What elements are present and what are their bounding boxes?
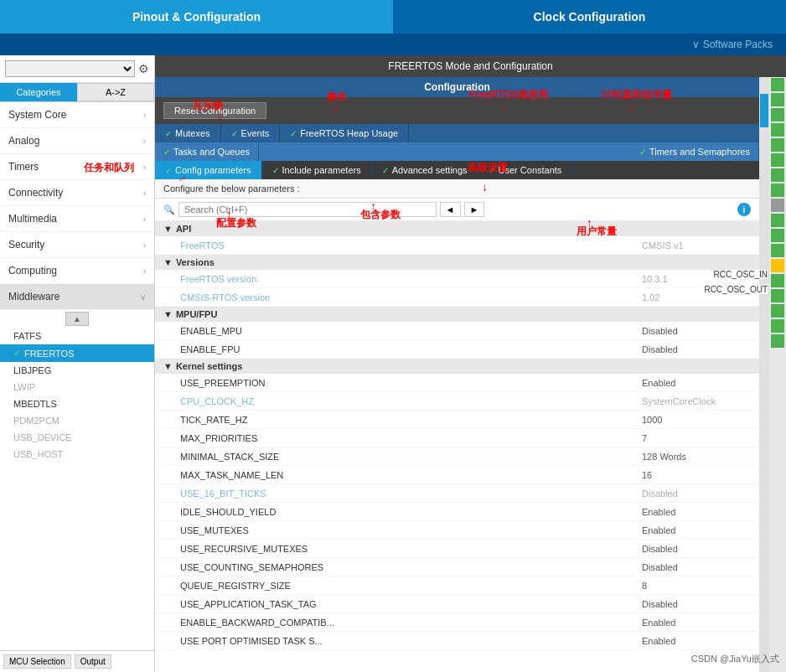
mw-item-libjpeg[interactable]: LIBJPEG xyxy=(0,362,154,379)
pin-indicator xyxy=(771,229,784,242)
search-nav-next[interactable]: ► xyxy=(464,202,485,217)
rcc-osc-out-label: RCC_OSC_OUT xyxy=(704,285,768,294)
search-select[interactable] xyxy=(5,60,135,77)
pin-indicator-yellow xyxy=(771,259,784,272)
pin-indicator xyxy=(771,168,784,182)
mw-item-freertos[interactable]: ✓ FREERTOS xyxy=(0,344,154,362)
pin-indicator xyxy=(771,304,784,318)
tab-events[interactable]: ✓ Events xyxy=(221,124,281,142)
configure-text: Configure the below parameters : xyxy=(155,179,759,199)
param-row-cmsis-rtos-version[interactable]: CMSIS-RTOS version 1.02 xyxy=(155,288,759,307)
pinout-title: Pinout & Configuration xyxy=(132,10,261,23)
tab-tasks-queues[interactable]: ✓ Tasks and Queues xyxy=(155,142,259,161)
scroll-up-icon[interactable]: ▲ xyxy=(65,312,89,326)
mw-item-fatfs[interactable]: FATFS xyxy=(0,328,154,344)
advanced-settings-check-icon: ✓ xyxy=(382,166,389,175)
pin-indicator xyxy=(771,244,784,257)
search-nav-prev[interactable]: ◄ xyxy=(440,202,461,217)
freertos-check-icon: ✓ xyxy=(13,348,21,359)
freertos-title-bar: FREERTOS Mode and Configuration xyxy=(155,55,786,77)
tab-categories[interactable]: Categories xyxy=(0,83,77,101)
section-kernel-settings[interactable]: ▼ Kernel settings xyxy=(155,359,759,374)
mcu-selection-button[interactable]: MCU Selection xyxy=(3,654,71,669)
sidebar-item-analog[interactable]: Analog › xyxy=(0,128,154,154)
mw-item-usb-device: USB_DEVICE xyxy=(0,429,154,446)
tab-mutexes[interactable]: ✓ Mutexes xyxy=(155,124,221,142)
param-row-use-preemption[interactable]: USE_PREEMPTION Enabled xyxy=(155,374,759,392)
chevron-right-icon: › xyxy=(143,137,146,146)
info-icon[interactable]: i xyxy=(737,203,751,216)
timers-check-icon: ✓ xyxy=(639,147,646,157)
mw-item-pdm2pcm: PDM2PCM xyxy=(0,412,154,429)
sidebar-bottom: MCU Selection Output xyxy=(0,650,154,672)
section-versions[interactable]: ▼ Versions xyxy=(155,255,759,270)
pin-indicator xyxy=(771,108,784,121)
param-row-idle-should-yield[interactable]: IDLE_SHOULD_YIELD Enabled xyxy=(155,503,759,521)
param-row-enable-backward-compat[interactable]: ENABLE_BACKWARD_COMPATIB... Enabled xyxy=(155,613,759,632)
tab-az[interactable]: A->Z xyxy=(77,83,154,101)
param-row-enable-fpu[interactable]: ENABLE_FPU Disabled xyxy=(155,340,759,359)
chevron-right-icon: › xyxy=(143,189,146,198)
tasks-check-icon: ✓ xyxy=(163,147,170,157)
reset-bar: Reset Configuration xyxy=(155,97,759,124)
mw-nav-arrows: ▲ xyxy=(0,310,154,328)
main-content: Configuration Reset Configuration ✓ Mute… xyxy=(155,77,759,672)
software-packs-bar[interactable]: ∨ Software Packs xyxy=(0,34,786,55)
vertical-scrollbar[interactable] xyxy=(759,77,769,672)
sidebar-item-connectivity[interactable]: Connectivity › xyxy=(0,180,154,206)
param-row-use-mutexes[interactable]: USE_MUTEXES Enabled xyxy=(155,521,759,540)
tabs-row-3: ✓ Config parameters ✓ Include parameters… xyxy=(155,161,759,179)
section-collapse-icon: ▼ xyxy=(163,309,173,319)
tab-advanced-settings[interactable]: ✓ Advanced settings xyxy=(372,161,478,179)
config-search-input[interactable] xyxy=(178,202,437,217)
clock-config-header[interactable]: Clock Configuration xyxy=(393,0,786,34)
param-row-max-task-name-len[interactable]: MAX_TASK_NAME_LEN 16 xyxy=(155,466,759,484)
sidebar-item-security[interactable]: Security › xyxy=(0,232,154,258)
param-row-max-priorities[interactable]: MAX_PRIORITIES 7 xyxy=(155,429,759,447)
main-layout: ⚙ Categories A->Z System Core › Analog › xyxy=(0,55,786,672)
tab-config-params[interactable]: ✓ Config parameters xyxy=(155,161,262,179)
sidebar-item-timers[interactable]: Timers › xyxy=(0,154,154,180)
param-row-freertos[interactable]: FreeRTOS CMSIS v1 xyxy=(155,236,759,255)
clock-title: Clock Configuration xyxy=(534,10,646,23)
param-row-use-application-task-tag[interactable]: USE_APPLICATION_TASK_TAG Disabled xyxy=(155,595,759,613)
pin-indicator xyxy=(771,78,784,91)
sidebar-item-computing[interactable]: Computing › xyxy=(0,258,154,284)
param-row-cpu-clock-hz[interactable]: CPU_CLOCK_HZ SystemCoreClock xyxy=(155,392,759,411)
param-row-queue-registry-size[interactable]: QUEUE_REGISTRY_SIZE 8 xyxy=(155,576,759,595)
section-collapse-icon: ▼ xyxy=(163,361,173,371)
tab-freertos-heap[interactable]: ✓ FreeRTOS Heap Usage xyxy=(280,124,409,142)
config-search-bar: 🔍 ◄ ► i xyxy=(155,199,759,221)
output-button[interactable]: Output xyxy=(75,654,111,669)
sidebar-item-multimedia[interactable]: Multimedia › xyxy=(0,206,154,232)
param-row-use-port-optimised[interactable]: USE PORT OPTIMISED TASK S... Enabled xyxy=(155,632,759,650)
search-bar: ⚙ xyxy=(0,55,154,83)
param-row-use-16-bit-ticks[interactable]: USE_16_BIT_TICKS Disabled xyxy=(155,484,759,503)
param-row-minimal-stack-size[interactable]: MINIMAL_STACK_SIZE 128 Words xyxy=(155,447,759,466)
tab-include-params[interactable]: ✓ Include parameters xyxy=(262,161,372,179)
tab-user-constants[interactable]: ✓ User Constants xyxy=(478,161,573,179)
sidebar-item-middleware[interactable]: Middleware ∨ xyxy=(0,284,154,310)
param-row-tick-rate-hz[interactable]: TICK_RATE_HZ 1000 xyxy=(155,411,759,429)
chevron-right-icon: › xyxy=(143,215,146,224)
tab-timers-semaphores[interactable]: ✓ Timers and Semaphores xyxy=(631,142,759,161)
param-row-use-counting-semaphores[interactable]: USE_COUNTING_SEMAPHORES Disabled xyxy=(155,558,759,576)
reset-config-button[interactable]: Reset Configuration xyxy=(163,102,266,119)
pin-indicator xyxy=(771,334,784,348)
param-row-freertos-version[interactable]: FreeRTOS version 10.3.1 xyxy=(155,270,759,288)
pin-indicator xyxy=(771,214,784,227)
section-collapse-icon: ▼ xyxy=(163,257,173,267)
right-pin-panel: RCC_OSC_IN RCC_OSC_OUT xyxy=(769,77,786,672)
param-row-enable-mpu[interactable]: ENABLE_MPU Disabled xyxy=(155,322,759,340)
pinout-config-header: Pinout & Configuration xyxy=(0,0,393,34)
gear-icon[interactable]: ⚙ xyxy=(138,62,149,75)
section-mpu-fpu[interactable]: ▼ MPU/FPU xyxy=(155,307,759,322)
param-row-use-recursive-mutexes[interactable]: USE_RECURSIVE_MUTEXES Disabled xyxy=(155,540,759,558)
pin-indicator xyxy=(771,138,784,152)
top-header: Pinout & Configuration Clock Configurati… xyxy=(0,0,786,34)
mw-item-mbedtls[interactable]: MBEDTLS xyxy=(0,395,154,412)
scrollbar-thumb[interactable] xyxy=(760,94,768,127)
sidebar-item-system-core[interactable]: System Core › xyxy=(0,102,154,128)
section-api[interactable]: ▼ API xyxy=(155,221,759,236)
chevron-right-icon: › xyxy=(143,240,146,250)
